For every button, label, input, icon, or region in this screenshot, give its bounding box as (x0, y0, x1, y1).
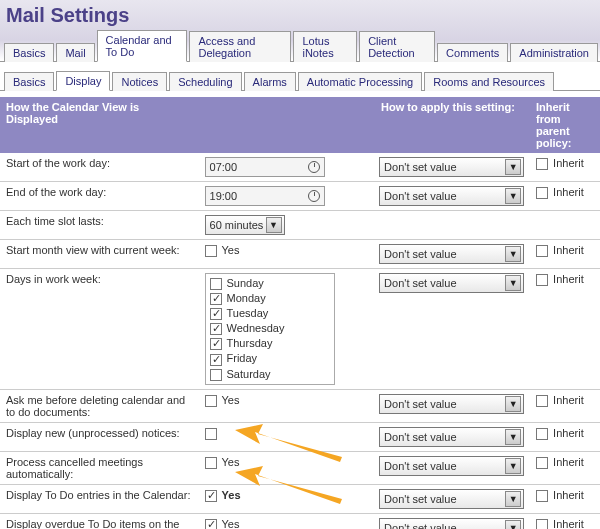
subtab-scheduling[interactable]: Scheduling (169, 72, 241, 91)
chevron-down-icon: ▼ (505, 429, 521, 445)
tab-comments[interactable]: Comments (437, 43, 508, 62)
chevron-down-icon: ▼ (505, 275, 521, 291)
chevron-down-icon: ▼ (505, 491, 521, 507)
settings-table: Start of the work day: 07:00 Don't set v… (0, 153, 600, 529)
apply-dropdown[interactable]: Don't set value▼ (379, 244, 524, 264)
askdel-checkbox[interactable] (205, 395, 217, 407)
tab-lotus-inotes[interactable]: Lotus iNotes (293, 31, 357, 62)
day-option-tuesday[interactable]: Tuesday (210, 306, 330, 321)
header-apply: How to apply this setting: (375, 97, 530, 153)
inherit-checkbox[interactable] (536, 519, 548, 529)
apply-dropdown[interactable]: Don't set value▼ (379, 157, 524, 177)
day-checkbox[interactable] (210, 278, 222, 290)
label-end-day: End of the work day: (0, 182, 199, 211)
disptodo-checkbox[interactable] (205, 490, 217, 502)
day-checkbox[interactable] (210, 323, 222, 335)
apply-dropdown[interactable]: Don't set value▼ (379, 186, 524, 206)
day-checkbox[interactable] (210, 338, 222, 350)
day-checkbox[interactable] (210, 354, 222, 366)
inherit-checkbox[interactable] (536, 245, 548, 257)
header-inherit: Inherit from parent policy: (530, 97, 600, 153)
label-disp-todo: Display To Do entries in the Calendar: (0, 484, 199, 513)
inherit-checkbox[interactable] (536, 187, 548, 199)
label-ask-delete: Ask me before deleting calendar and to d… (0, 389, 199, 422)
dropdown-value: Don't set value (384, 277, 456, 289)
tab-access-and-delegation[interactable]: Access and Delegation (189, 31, 291, 62)
tab-administration[interactable]: Administration (510, 43, 598, 62)
subtab-display[interactable]: Display (56, 71, 110, 91)
day-checkbox[interactable] (210, 308, 222, 320)
day-label: Sunday (227, 277, 264, 289)
settings-header: How the Calendar View is Displayed How t… (0, 97, 600, 153)
tab-client-detection[interactable]: Client Detection (359, 31, 435, 62)
subtab-basics[interactable]: Basics (4, 72, 54, 91)
end-time-input[interactable]: 19:00 (205, 186, 325, 206)
start-time-input[interactable]: 07:00 (205, 157, 325, 177)
inherit-checkbox[interactable] (536, 395, 548, 407)
subtab-rooms-and-resources[interactable]: Rooms and Resources (424, 72, 554, 91)
chevron-down-icon: ▼ (505, 246, 521, 262)
apply-dropdown[interactable]: Don't set value▼ (379, 273, 524, 293)
inherit-checkbox[interactable] (536, 158, 548, 170)
page-title: Mail Settings (0, 0, 600, 29)
day-option-thursday[interactable]: Thursday (210, 336, 330, 351)
apply-dropdown[interactable]: Don't set value▼ (379, 456, 524, 476)
days-listbox[interactable]: SundayMondayTuesdayWednesdayThursdayFrid… (205, 273, 335, 385)
inherit-checkbox[interactable] (536, 457, 548, 469)
end-time-value: 19:00 (210, 190, 238, 202)
yes-label: Yes (222, 244, 240, 256)
startmonth-checkbox[interactable] (205, 245, 217, 257)
chevron-down-icon: ▼ (505, 458, 521, 474)
start-time-value: 07:00 (210, 161, 238, 173)
inherit-checkbox[interactable] (536, 274, 548, 286)
day-option-monday[interactable]: Monday (210, 291, 330, 306)
tab-mail[interactable]: Mail (56, 43, 94, 62)
apply-dropdown[interactable]: Don't set value▼ (379, 489, 524, 509)
day-label: Saturday (227, 368, 271, 380)
apply-dropdown[interactable]: Don't set value▼ (379, 518, 524, 529)
label-disp-overdue: Display overdue To Do items on the curre… (0, 513, 199, 529)
tab-basics[interactable]: Basics (4, 43, 54, 62)
day-checkbox[interactable] (210, 369, 222, 381)
header-display: How the Calendar View is Displayed (0, 97, 200, 153)
day-option-sunday[interactable]: Sunday (210, 276, 330, 291)
inherit-label: Inherit (553, 273, 584, 285)
tab-calendar-and-to-do[interactable]: Calendar and To Do (97, 30, 188, 62)
day-option-wednesday[interactable]: Wednesday (210, 321, 330, 336)
dispnew-checkbox[interactable] (205, 428, 217, 440)
label-proc: Process cancelled meetings automatically… (0, 451, 199, 484)
slot-dropdown[interactable]: 60 minutes▼ (205, 215, 285, 235)
day-label: Monday (227, 292, 266, 304)
subtab-alarms[interactable]: Alarms (244, 72, 296, 91)
day-label: Tuesday (227, 307, 269, 319)
label-disp-new: Display new (unprocessed) notices: (0, 422, 199, 451)
dropdown-value: Don't set value (384, 431, 456, 443)
label-start-day: Start of the work day: (0, 153, 199, 182)
inherit-label: Inherit (553, 244, 584, 256)
day-checkbox[interactable] (210, 293, 222, 305)
dropdown-value: Don't set value (384, 460, 456, 472)
yes-label: Yes (222, 489, 241, 501)
subtab-automatic-processing[interactable]: Automatic Processing (298, 72, 422, 91)
yes-label: Yes (222, 456, 240, 468)
proc-checkbox[interactable] (205, 457, 217, 469)
dropdown-value: Don't set value (384, 161, 456, 173)
main-tabbar: BasicsMailCalendar and To DoAccess and D… (0, 29, 600, 62)
inherit-label: Inherit (553, 157, 584, 169)
apply-dropdown[interactable]: Don't set value▼ (379, 427, 524, 447)
inherit-checkbox[interactable] (536, 428, 548, 440)
inherit-checkbox[interactable] (536, 490, 548, 502)
day-label: Thursday (227, 337, 273, 349)
dropdown-value: 60 minutes (210, 219, 264, 231)
chevron-down-icon: ▼ (505, 520, 521, 529)
dispoverdue-checkbox[interactable] (205, 519, 217, 529)
chevron-down-icon: ▼ (266, 217, 282, 233)
day-option-friday[interactable]: Friday (210, 351, 330, 366)
subtab-notices[interactable]: Notices (112, 72, 167, 91)
apply-dropdown[interactable]: Don't set value▼ (379, 394, 524, 414)
day-option-saturday[interactable]: Saturday (210, 367, 330, 382)
label-days: Days in work week: (0, 269, 199, 390)
yes-label: Yes (222, 518, 240, 529)
chevron-down-icon: ▼ (505, 188, 521, 204)
inherit-label: Inherit (553, 427, 584, 439)
